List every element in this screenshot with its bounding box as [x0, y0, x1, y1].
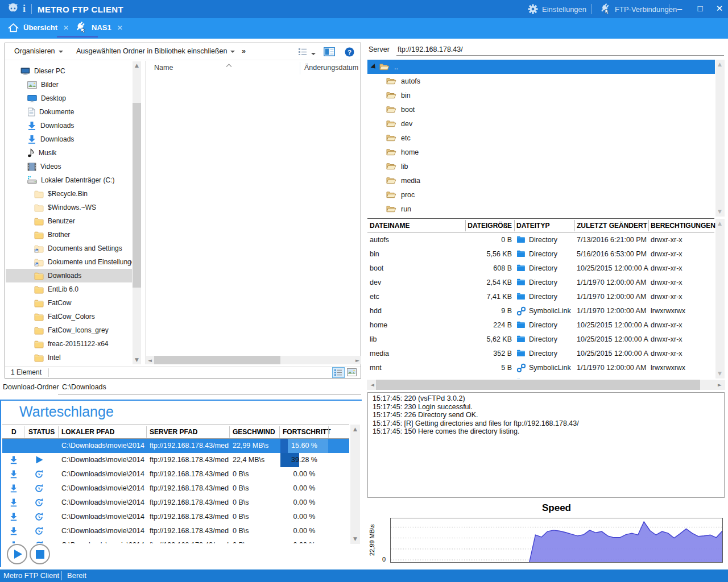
- ftp-table-row[interactable]: mnt5 BSymbolicLink1/1/1970 12:00:00 AMlr…: [367, 361, 714, 375]
- explorer-tree-item[interactable]: FatCow_Colors: [6, 310, 132, 323]
- help-button[interactable]: ?: [345, 47, 354, 59]
- explorer-tree-item[interactable]: FatCow: [6, 296, 132, 310]
- close-button[interactable]: ✕: [710, 0, 728, 18]
- explorer-tree-item[interactable]: Intel: [6, 351, 132, 364]
- queue-row[interactable]: C:\Downloads\movie\2014ftp://192.168.178…: [2, 524, 349, 538]
- explorer-tree-item[interactable]: Lokaler Datenträger (C:): [6, 173, 132, 187]
- ftp-tree-item[interactable]: bin: [367, 88, 715, 102]
- ftp-table-row[interactable]: lib5,62 KBDirectory10/25/2015 12:00:00 A…: [367, 332, 714, 347]
- queue-column-header[interactable]: LOKALER PFAD: [61, 428, 114, 436]
- explorer-tree-item[interactable]: $Recycle.Bin: [6, 187, 132, 201]
- column-modified[interactable]: Änderungsdatum: [304, 64, 358, 72]
- server-value[interactable]: ftp://192.168.178.43/: [398, 45, 463, 53]
- tab-uebersicht[interactable]: Übersicht ✕: [8, 18, 69, 37]
- queue-row[interactable]: C:\Downloads\movie\2014ftp://192.168.178…: [2, 496, 349, 510]
- preview-pane-button[interactable]: [324, 47, 335, 58]
- ftp-tree-item[interactable]: ..: [367, 60, 715, 74]
- ftp-tree-item[interactable]: lib: [367, 159, 715, 173]
- explorer-tree-item[interactable]: Brother: [6, 228, 132, 242]
- music-icon: [27, 148, 35, 157]
- explorer-tree-item[interactable]: Dokumente: [6, 105, 132, 119]
- ftp-connections-menu[interactable]: FTP-Verbindungen: [598, 0, 677, 18]
- queue-server-path: ftp://192.168.178.43/medi: [150, 496, 229, 510]
- queue-start-button[interactable]: [7, 544, 27, 564]
- details-view-button[interactable]: [332, 367, 345, 378]
- ftp-tree-item[interactable]: proc: [367, 188, 715, 202]
- explorer-tree-item[interactable]: Dieser PC: [6, 64, 132, 78]
- ftp-table-hscrollbar[interactable]: ◄ ►: [367, 380, 725, 390]
- tree-item-label: EntLib 6.0: [48, 285, 78, 293]
- ftp-table-row[interactable]: hdd9 BSymbolicLink1/1/1970 12:00:00 AMlr…: [367, 304, 714, 318]
- include-in-library-menu[interactable]: Ausgewählten Ordner in Bibliothek einsch…: [76, 47, 235, 55]
- queue-row[interactable]: C:\Downloads\movie\2014ftp://192.168.178…: [2, 439, 349, 453]
- queue-row[interactable]: C:\Downloads\movie\2014ftp://192.168.178…: [2, 510, 349, 524]
- queue-column-header[interactable]: GESCHWIND: [233, 428, 275, 436]
- explorer-tree-item[interactable]: Benutzer: [6, 214, 132, 228]
- ftp-table-row[interactable]: autofs0 BDirectory7/13/2016 6:21:00 PMdr…: [367, 233, 714, 247]
- ftp-tree-item[interactable]: etc: [367, 131, 715, 145]
- ftp-table-row[interactable]: boot608 BDirectory10/25/2015 12:00:00 Ad…: [367, 261, 714, 276]
- explorer-tree-item[interactable]: Documents and Settings: [6, 242, 132, 255]
- queue-scrollbar[interactable]: ▲ ▼: [350, 425, 360, 544]
- tab-close-icon[interactable]: ✕: [117, 24, 123, 32]
- ftp-column-header[interactable]: DATEINAME: [370, 222, 410, 230]
- tab-close-icon[interactable]: ✕: [63, 24, 69, 32]
- ftp-column-header[interactable]: ZULETZT GEÄNDERT: [577, 222, 647, 230]
- ftp-tree-item[interactable]: media: [367, 173, 715, 188]
- organize-menu[interactable]: Organisieren: [14, 47, 63, 55]
- column-name[interactable]: Name: [154, 64, 173, 72]
- chart-y-axis-label: 22,99 MB\s: [369, 514, 377, 566]
- download-folder-value[interactable]: C:\Downloads: [62, 383, 106, 391]
- ftp-column-header[interactable]: DATEITYP: [516, 222, 549, 230]
- explorer-tree-item[interactable]: FatCow_Icons_grey: [6, 323, 132, 337]
- tree-scrollbar[interactable]: ▲ ▼: [133, 61, 141, 364]
- tab-bar: Übersicht ✕ NAS1 ✕: [0, 18, 728, 39]
- ftp-table-scrollbar[interactable]: ▲ ▼: [715, 219, 725, 379]
- toolbar-more-button[interactable]: »: [242, 47, 246, 55]
- explorer-tree-item[interactable]: Desktop: [6, 92, 132, 105]
- ftp-table-row[interactable]: media352 BDirectory10/25/2015 12:00:00 A…: [367, 347, 714, 361]
- queue-row[interactable]: C:\Downloads\movie\2014ftp://192.168.178…: [2, 481, 349, 496]
- explorer-tree-item[interactable]: Downloads: [6, 119, 132, 132]
- ftp-table-row[interactable]: home224 BDirectory10/25/2015 12:00:00 Ad…: [367, 318, 714, 332]
- ftp-table-row[interactable]: dev2,54 KBDirectory1/1/1970 12:00:00 AMd…: [367, 276, 714, 290]
- explorer-tree-item[interactable]: Downloads: [6, 269, 132, 282]
- view-list-button[interactable]: [298, 47, 316, 57]
- ftp-tree-item[interactable]: boot: [367, 102, 715, 117]
- queue-column-header[interactable]: FORTSCHRITT: [283, 428, 331, 436]
- maximize-button[interactable]: □: [690, 0, 710, 18]
- queue-row[interactable]: C:\Downloads\movie\2014ftp://192.168.178…: [2, 467, 349, 481]
- ftp-table-row[interactable]: opt0 BDirectory1/1/1970 12:00:00 AMdrwxr…: [367, 375, 714, 379]
- explorer-tree-item[interactable]: Videos: [6, 160, 132, 173]
- queue-column-header[interactable]: STATUS: [28, 428, 55, 436]
- ftp-tree-scrollbar[interactable]: ▲ ▼: [715, 60, 725, 217]
- explorer-tree-item[interactable]: EntLib 6.0: [6, 282, 132, 296]
- queue-stop-button[interactable]: [30, 544, 50, 564]
- explorer-tree-item[interactable]: Dokumente und Einstellungen: [6, 255, 132, 269]
- ftp-column-header[interactable]: BERECHTIGUNGEN: [651, 222, 715, 230]
- ftp-tree-item[interactable]: autofs: [367, 74, 715, 88]
- ftp-column-header[interactable]: DATEIGRÖßE: [468, 222, 512, 230]
- queue-server-path: ftp://192.168.178.43/medi: [150, 481, 229, 496]
- explorer-tree-item[interactable]: Downloads: [6, 132, 132, 146]
- ftp-table-row[interactable]: bin5,56 KBDirectory5/16/2016 6:53:00 PMd…: [367, 247, 714, 261]
- thumbnail-view-button[interactable]: [346, 367, 358, 378]
- folder-icon: [34, 313, 44, 321]
- tab-nas1[interactable]: NAS1 ✕: [74, 18, 123, 37]
- explorer-tree-item[interactable]: freac-20151122-x64: [6, 337, 132, 351]
- queue-row[interactable]: C:\Downloads\movie\2014ftp://192.168.178…: [2, 538, 349, 543]
- minimize-button[interactable]: –: [670, 0, 689, 18]
- queue-column-header[interactable]: SERVER PFAD: [150, 428, 197, 436]
- list-hscrollbar[interactable]: ◄ ►: [146, 356, 361, 364]
- explorer-tree-item[interactable]: Musik: [6, 146, 132, 160]
- ftp-tree-item[interactable]: dev: [367, 117, 715, 131]
- queue-column-header[interactable]: D: [11, 428, 16, 436]
- ftp-tree-item[interactable]: home: [367, 145, 715, 159]
- download-folder-label: Download-Ordner: [3, 383, 59, 391]
- ftp-table-row[interactable]: etc7,41 KBDirectory1/1/1970 12:00:00 AMd…: [367, 290, 714, 304]
- explorer-tree-item[interactable]: $Windows.~WS: [6, 201, 132, 214]
- ftp-tree-item[interactable]: run: [367, 202, 715, 216]
- queue-row[interactable]: C:\Downloads\movie\2014ftp://192.168.178…: [2, 453, 349, 467]
- explorer-tree-item[interactable]: Bilder: [6, 78, 132, 92]
- settings-menu[interactable]: Einstellungen: [528, 0, 586, 18]
